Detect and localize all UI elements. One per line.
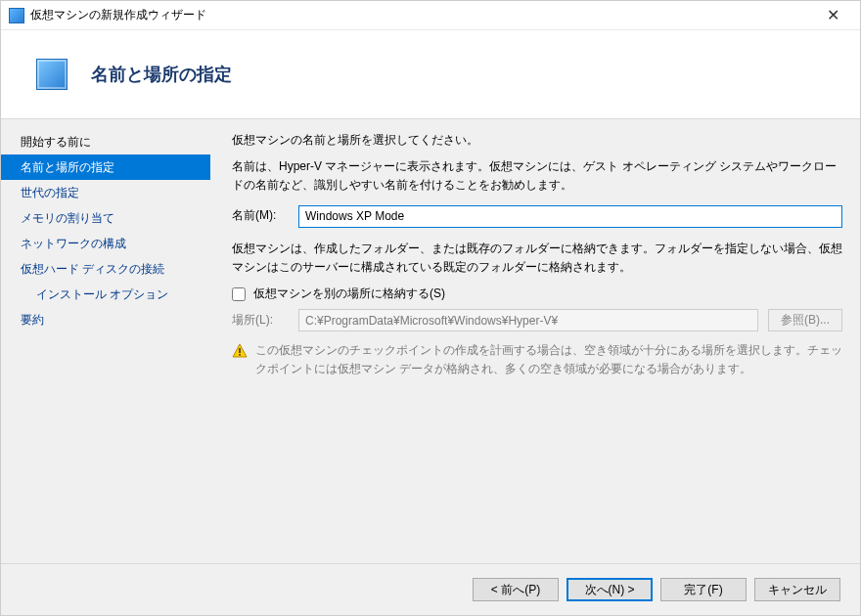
sidebar-item-label: 名前と場所の指定 <box>21 160 114 174</box>
button-label: キャンセル <box>768 583 827 596</box>
app-icon <box>9 8 24 23</box>
content-pane: 仮想マシンの名前と場所を選択してください。 名前は、Hyper-V マネージャー… <box>210 119 860 563</box>
button-label: < 前へ(P) <box>491 583 540 596</box>
store-elsewhere-checkbox[interactable] <box>232 287 246 301</box>
sidebar-item-install-options[interactable]: インストール オプション <box>1 282 210 307</box>
sidebar-item-network[interactable]: ネットワークの構成 <box>1 231 210 256</box>
svg-rect-2 <box>239 354 241 356</box>
sidebar-item-label: 要約 <box>21 313 44 327</box>
browse-button: 参照(B)... <box>768 309 842 331</box>
store-elsewhere-label[interactable]: 仮想マシンを別の場所に格納する(S) <box>253 285 445 303</box>
store-elsewhere-row: 仮想マシンを別の場所に格納する(S) <box>232 285 842 303</box>
button-label: 次へ(N) > <box>585 583 635 596</box>
page-title: 名前と場所の指定 <box>91 63 232 86</box>
main-area: 開始する前に 名前と場所の指定 世代の指定 メモリの割り当て ネットワークの構成… <box>1 118 860 564</box>
location-label: 場所(L): <box>232 311 289 330</box>
window-title: 仮想マシンの新規作成ウィザード <box>30 7 813 23</box>
svg-rect-1 <box>239 348 241 353</box>
header-banner: 名前と場所の指定 <box>1 30 860 118</box>
back-button[interactable]: < 前へ(P) <box>473 578 559 601</box>
sidebar-item-before-begin[interactable]: 開始する前に <box>1 129 210 154</box>
warning-row: この仮想マシンのチェックポイントの作成を計画する場合は、空き領域が十分にある場所… <box>232 341 842 378</box>
wizard-footer: < 前へ(P) 次へ(N) > 完了(F) キャンセル <box>1 564 860 615</box>
titlebar: 仮想マシンの新規作成ウィザード ✕ <box>1 1 860 30</box>
next-button[interactable]: 次へ(N) > <box>566 578 653 601</box>
sidebar-item-label: インストール オプション <box>36 287 168 301</box>
sidebar-item-label: メモリの割り当て <box>21 211 114 225</box>
sidebar-item-label: ネットワークの構成 <box>21 237 126 250</box>
location-description: 仮想マシンは、作成したフォルダー、または既存のフォルダーに格納できます。フォルダ… <box>232 240 842 277</box>
sidebar-item-label: 開始する前に <box>21 135 91 149</box>
wizard-sidebar: 開始する前に 名前と場所の指定 世代の指定 メモリの割り当て ネットワークの構成… <box>1 119 210 563</box>
button-label: 完了(F) <box>684 583 722 596</box>
sidebar-item-vhd[interactable]: 仮想ハード ディスクの接続 <box>1 256 210 282</box>
location-input <box>298 309 758 331</box>
name-label: 名前(M): <box>232 206 289 225</box>
name-row: 名前(M): <box>232 205 842 228</box>
wizard-icon <box>36 59 68 90</box>
sidebar-item-memory[interactable]: メモリの割り当て <box>1 205 210 231</box>
close-button[interactable]: ✕ <box>813 2 852 29</box>
sidebar-item-label: 仮想ハード ディスクの接続 <box>21 262 164 276</box>
finish-button[interactable]: 完了(F) <box>660 578 747 601</box>
warning-text: この仮想マシンのチェックポイントの作成を計画する場合は、空き領域が十分にある場所… <box>255 341 842 378</box>
location-row: 場所(L): 参照(B)... <box>232 309 842 331</box>
sidebar-item-name-location[interactable]: 名前と場所の指定 <box>1 154 210 180</box>
cancel-button[interactable]: キャンセル <box>754 578 840 601</box>
sidebar-item-label: 世代の指定 <box>21 186 79 199</box>
close-icon: ✕ <box>827 6 839 24</box>
sidebar-item-generation[interactable]: 世代の指定 <box>1 180 210 205</box>
name-description: 名前は、Hyper-V マネージャーに表示されます。仮想マシンには、ゲスト オペ… <box>232 157 842 195</box>
name-input[interactable] <box>298 205 842 228</box>
warning-icon <box>232 343 248 359</box>
sidebar-item-summary[interactable]: 要約 <box>1 307 210 332</box>
browse-label: 参照(B)... <box>781 313 830 327</box>
intro-text: 仮想マシンの名前と場所を選択してください。 <box>232 131 842 150</box>
